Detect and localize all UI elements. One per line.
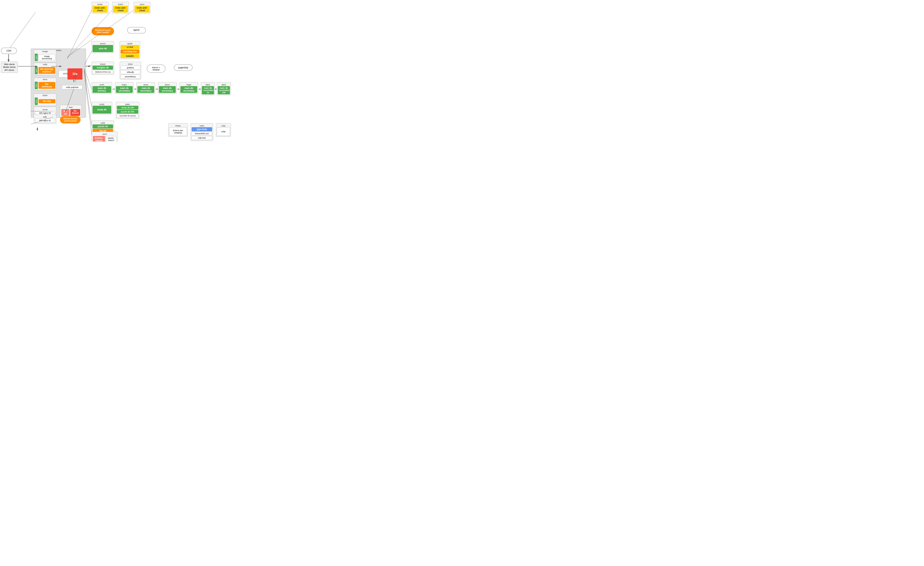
- sirch-node: sirch lichess-search elastic-search: [92, 132, 118, 142]
- loquy-title: loquy: [116, 83, 133, 86]
- database-label: database.lichess.org: [93, 70, 113, 74]
- bowie-node: bowie insights db database.lichess.org: [92, 61, 114, 75]
- burke-label: irwin anti-cheat: [93, 6, 108, 12]
- hyper-label: lila-http: [39, 99, 56, 103]
- zulip-label: zulip: [217, 127, 230, 136]
- taffy-node: taffy WS nginx #2: [34, 114, 56, 124]
- zulip-bots-label: zulip bots: [192, 136, 212, 140]
- loquy-label: main db secondary: [116, 86, 133, 93]
- study-title: study: [93, 103, 111, 106]
- rsync-label: rsync/btfrs file backup: [117, 114, 138, 118]
- radio-title: radio: [192, 124, 212, 127]
- lila-ws-label: lila-ws: [62, 109, 69, 116]
- plato-title: plato: [117, 103, 138, 106]
- late1-title: late1: [202, 83, 214, 86]
- butch-title: butch: [113, 3, 128, 6]
- uluru-label: irwin anti-cheat: [135, 6, 150, 12]
- taffy-label: WS nginx #2: [35, 118, 55, 123]
- fishnet-analysis-cloud: fishnet analysis (distributed): [92, 27, 114, 35]
- prometheus-label: prometheus: [121, 75, 140, 79]
- elastic-search-label: elastic-search: [106, 136, 117, 142]
- insights-db-label: insights db: [93, 66, 113, 70]
- rubik-top-node: rubik nginx lila-opening-explorer: [34, 63, 56, 75]
- redis-node: redis pub/sub: [62, 85, 82, 89]
- rubik-top-label: lila-opening-explorer: [39, 67, 56, 74]
- late1-node: late1 main db secondary 1h: [201, 82, 215, 95]
- laura-node: laura main db secondary: [136, 82, 155, 94]
- sirch-boxes: lichess-search elastic-search: [93, 136, 117, 142]
- smtp-label: SMTP: [133, 29, 140, 31]
- pagerduty-shape: pagerduty: [174, 64, 192, 71]
- butch-node: butch irwin anti-cheat: [112, 2, 129, 13]
- uluru-node: uluru irwin anti-cheat: [134, 2, 150, 13]
- terra-label: lila-tablebase: [39, 82, 56, 89]
- uluru-title: uluru: [135, 3, 150, 6]
- bowie-title: bowie: [93, 63, 113, 66]
- fishnet-analysis-label: fishnet analysis (distributed): [92, 27, 114, 35]
- lila-fishnet-label: lila-fishnet: [70, 109, 80, 116]
- cdn-shape: CDN: [1, 48, 17, 54]
- sandbag-bot-label: sandbag-bot: [121, 49, 139, 54]
- khiaw-node: khiaw lichess.dev (staging): [168, 123, 188, 137]
- bassi-label: main db secondary: [159, 86, 176, 93]
- fishnet-moves-cloud: fishnet moves (self-hosted): [60, 116, 81, 123]
- hyper-title: hyper: [34, 94, 56, 97]
- grafana-label: grafana: [121, 66, 140, 70]
- infrastructure-diagram: CDN Web clientsMobile clientsAPI clients…: [0, 0, 231, 142]
- apate-title: apate: [121, 42, 139, 45]
- loquy-node: loquy main db secondary: [115, 82, 134, 94]
- fishnet-moves-label: fishnet moves (self-hosted): [60, 116, 81, 123]
- terra-title: terra: [34, 78, 56, 81]
- syrup-title: syrup: [35, 108, 55, 111]
- late2-node: late2 main db secondary 24h: [217, 82, 231, 95]
- archi-title: archi: [93, 83, 111, 86]
- puzzle-db-label: puzzle db: [93, 124, 113, 129]
- rubik-bottom-title: rubik: [93, 121, 113, 124]
- cr-bot-label: cr-bot: [121, 45, 139, 49]
- study24-label: study db 24h: [117, 106, 138, 109]
- pagerduty-cloud: pagerduty: [174, 64, 192, 71]
- late2-title: late2: [218, 83, 230, 86]
- butch-label: irwin anti-cheat: [113, 6, 128, 12]
- late2-label: main db secondary 24h: [218, 86, 230, 94]
- higgs-node: higgs main db secondary: [180, 82, 198, 94]
- radio-node: radio pgn-mule lichess4545.com zulip bot…: [190, 123, 213, 141]
- lila-node: lila: [68, 68, 82, 79]
- cdn-label: CDN: [6, 49, 11, 52]
- lichess4545-label: lichess4545.com: [192, 132, 212, 136]
- laura-title: laura: [137, 83, 154, 86]
- starr-title: starr: [61, 106, 81, 109]
- plato-node: plato study db 24h puzzle db 24h rsync/b…: [116, 102, 139, 118]
- clients-node: Web clientsMobile clientsAPI clients: [1, 61, 18, 73]
- manta-group: manta image nginx image processing rubik…: [31, 49, 86, 118]
- image-nginx: nginx: [35, 54, 38, 61]
- puzzle24-label: puzzle db 24h: [117, 110, 138, 114]
- study-node: study study db: [92, 102, 112, 114]
- bofur-title: bofur: [121, 63, 140, 66]
- rubik-top-nginx: nginx: [35, 67, 38, 74]
- higgs-label: main db secondary: [180, 86, 197, 93]
- cdn-cloud: CDN: [1, 48, 17, 54]
- khiaw-label: lichess.dev (staging): [169, 127, 187, 136]
- kamon-label: kamon + telegraf: [152, 66, 160, 71]
- terra-nginx: nginx: [35, 82, 38, 89]
- apate-node: apate cr-bot sandbag-bot kaladin: [120, 41, 140, 59]
- zulip-node: zulip zulip: [216, 123, 231, 137]
- achoo-node: achoo yolo db: [92, 41, 114, 53]
- lichess-search-label: lichess-search: [93, 136, 105, 142]
- late1-label: main db secondary 1h: [202, 86, 214, 94]
- lila-label: lila: [72, 72, 77, 76]
- terra-node: terra nginx lila-tablebase: [34, 78, 56, 90]
- starr-node: starr lila-ws lila-fishnet: [60, 105, 81, 117]
- archi-node: archi main db primary: [92, 82, 112, 94]
- hyper-node: hyper nginx lila-http: [34, 94, 56, 106]
- zulip-title: zulip: [217, 124, 230, 127]
- pgn-mule-label: pgn-mule: [192, 127, 212, 131]
- study-label: study db: [93, 106, 111, 114]
- smtp-cloud: SMTP: [127, 27, 146, 33]
- redis-label: redis pub/sub: [66, 86, 78, 88]
- burke-title: burke: [93, 3, 108, 6]
- clients-label: Web clientsMobile clientsAPI clients: [2, 63, 16, 72]
- archi-label: main db primary: [93, 86, 111, 93]
- khiaw-title: khiaw: [169, 124, 187, 127]
